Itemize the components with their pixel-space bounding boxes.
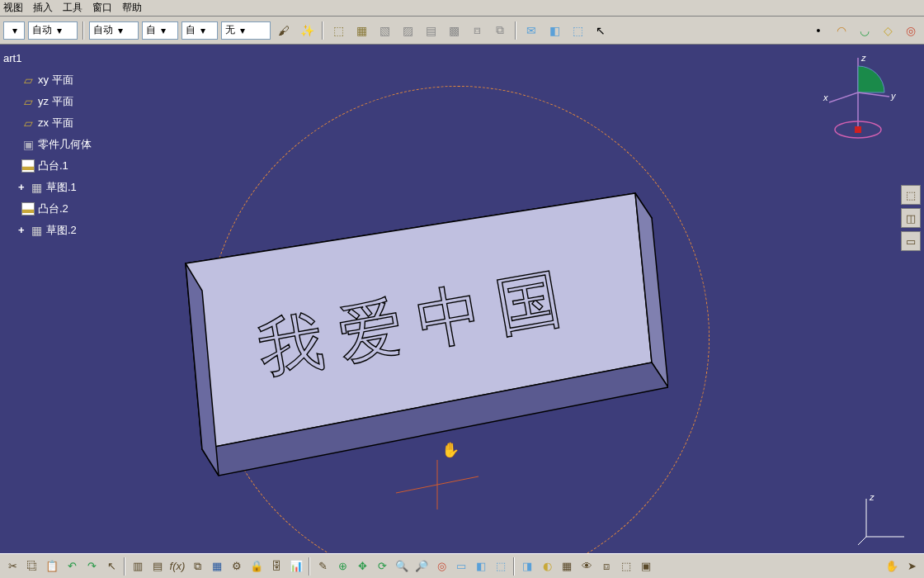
view-compass[interactable]: z x y xyxy=(817,51,899,150)
cubes-icon[interactable]: ⬚ xyxy=(568,21,587,40)
sketch-icon: ▦ xyxy=(30,224,43,237)
tree-sketch1[interactable]: +▦草图.1 xyxy=(3,177,92,198)
fx-icon[interactable]: f(x) xyxy=(168,557,186,576)
combo-auto4[interactable]: 自▾ xyxy=(182,21,218,40)
dropdown-arrow-icon: ▾ xyxy=(237,25,248,36)
cube-icon[interactable]: ◧ xyxy=(544,21,564,40)
menu-help[interactable]: 帮助 xyxy=(122,1,142,15)
fit-icon[interactable]: ⊕ xyxy=(333,557,351,576)
plane-icon: ▱ xyxy=(21,73,35,87)
view1-icon[interactable]: ▭ xyxy=(452,557,470,576)
brush-icon[interactable]: 🖌 xyxy=(274,21,294,40)
right-toolbar: ⬚ ◫ ▭ xyxy=(899,185,922,251)
expand-icon[interactable]: + xyxy=(18,178,26,197)
iso-icon[interactable]: ◨ xyxy=(518,557,536,576)
tool-d-icon[interactable]: ▨ xyxy=(398,21,417,40)
paste-icon[interactable]: 📋 xyxy=(43,557,61,576)
select-icon[interactable]: ↖ xyxy=(102,557,120,576)
tree-part-body[interactable]: ▣零件几何体 xyxy=(3,134,92,155)
rotate-icon[interactable]: ⟳ xyxy=(373,557,391,576)
model-block[interactable]: 我 爱 中 国 xyxy=(157,185,668,490)
combo-blank[interactable]: ▾ xyxy=(3,21,25,40)
tool-f-icon[interactable]: ▩ xyxy=(444,21,464,40)
arrow-icon[interactable]: ➤ xyxy=(903,557,921,576)
separator xyxy=(124,557,125,576)
separator xyxy=(513,557,515,576)
bt5-icon[interactable]: ⚙ xyxy=(228,557,246,576)
btx1-icon[interactable]: ⬚ xyxy=(617,557,635,576)
combo-none[interactable]: 无▾ xyxy=(221,21,271,40)
dropdown-arrow-icon: ▾ xyxy=(197,25,209,36)
bt7-icon[interactable]: 🗄 xyxy=(267,557,285,576)
dropdown-arrow-icon: ▾ xyxy=(54,25,65,36)
view2-icon[interactable]: ◧ xyxy=(472,557,490,576)
shade-icon[interactable]: ◐ xyxy=(538,557,556,576)
view3-icon[interactable]: ⬚ xyxy=(492,557,510,576)
tree-pad2[interactable]: ▬凸台.2 xyxy=(3,198,92,220)
wire-icon[interactable]: ▦ xyxy=(558,557,576,576)
rtool-2-icon[interactable]: ◫ xyxy=(901,208,921,228)
pointer-icon[interactable]: ↖ xyxy=(591,21,610,40)
tree-root[interactable]: art1 xyxy=(3,48,92,69)
menu-window[interactable]: 窗口 xyxy=(92,1,112,15)
diamond-icon[interactable]: ◇ xyxy=(878,21,898,40)
magic-icon[interactable]: ✨ xyxy=(297,21,317,40)
tree-yz-plane[interactable]: ▱yz 平面 xyxy=(3,91,92,112)
combo-auto3[interactable]: 自▾ xyxy=(142,21,178,40)
tree-xy-plane[interactable]: ▱xy 平面 xyxy=(3,69,92,91)
pan-icon[interactable]: ✥ xyxy=(353,557,371,576)
combo-auto2[interactable]: 自动▾ xyxy=(89,21,139,40)
svg-line-11 xyxy=(858,92,889,97)
circle-icon[interactable]: ◎ xyxy=(901,21,921,40)
tool-a-icon[interactable]: ⬚ xyxy=(328,21,348,40)
dot-icon[interactable]: • xyxy=(808,21,828,40)
hand-icon[interactable]: ✋ xyxy=(883,557,901,576)
hide-icon[interactable]: 👁 xyxy=(578,557,596,576)
show-icon[interactable]: ⧈ xyxy=(597,557,615,576)
menu-tools[interactable]: 工具 xyxy=(63,1,82,15)
separator xyxy=(82,21,84,40)
tree-sketch2[interactable]: +▦草图.2 xyxy=(3,220,92,241)
envelope-icon[interactable]: ✉ xyxy=(521,21,541,40)
menu-bar: 视图 插入 工具 窗口 帮助 xyxy=(0,0,924,17)
tool-c-icon[interactable]: ▧ xyxy=(375,21,394,40)
bt6-icon[interactable]: 🔒 xyxy=(248,557,266,576)
arc1-icon[interactable]: ◠ xyxy=(832,21,851,40)
copy-icon[interactable]: ⿻ xyxy=(23,557,41,576)
viewport-3d[interactable]: art1 ▱xy 平面 ▱yz 平面 ▱zx 平面 ▣零件几何体 ▬凸台.1 +… xyxy=(0,45,924,553)
bt8-icon[interactable]: 📊 xyxy=(287,557,305,576)
tool-g-icon[interactable]: ⧈ xyxy=(467,21,487,40)
menu-view[interactable]: 视图 xyxy=(3,1,23,15)
menu-insert[interactable]: 插入 xyxy=(33,1,53,15)
arc2-icon[interactable]: ◡ xyxy=(855,21,874,40)
tree-zx-plane[interactable]: ▱zx 平面 xyxy=(3,112,92,134)
plane-icon: ▱ xyxy=(21,116,35,130)
redo-icon[interactable]: ↷ xyxy=(82,557,101,576)
bt4-icon[interactable]: ▦ xyxy=(208,557,226,576)
bt2-icon[interactable]: ▤ xyxy=(148,557,167,576)
btx2-icon[interactable]: ▣ xyxy=(637,557,655,576)
tool-b-icon[interactable]: ▦ xyxy=(351,21,371,40)
bt9-icon[interactable]: ✎ xyxy=(314,557,332,576)
cut-icon[interactable]: ✂ xyxy=(3,557,21,576)
zoomin-icon[interactable]: 🔍 xyxy=(393,557,411,576)
normal-icon[interactable]: ◎ xyxy=(432,557,450,576)
tool-h-icon[interactable]: ⧉ xyxy=(490,21,510,40)
dropdown-arrow-icon: ▾ xyxy=(158,25,169,36)
bottom-toolbar: ✂ ⿻ 📋 ↶ ↷ ↖ ▥ ▤ f(x) ⧉ ▦ ⚙ 🔒 🗄 📊 ✎ ⊕ ✥ ⟳… xyxy=(0,553,924,578)
combo-auto1[interactable]: 自动▾ xyxy=(28,21,78,40)
svg-line-9 xyxy=(829,92,858,102)
dropdown-arrow-icon: ▾ xyxy=(9,25,21,36)
zoomout-icon[interactable]: 🔎 xyxy=(412,557,431,576)
bt1-icon[interactable]: ▥ xyxy=(129,557,147,576)
tree-pad1[interactable]: ▬凸台.1 xyxy=(3,155,92,177)
bt3-icon[interactable]: ⧉ xyxy=(188,557,206,576)
expand-icon[interactable]: + xyxy=(18,220,26,240)
rtool-1-icon[interactable]: ⬚ xyxy=(901,185,921,205)
dropdown-arrow-icon: ▾ xyxy=(115,25,126,36)
svg-rect-14 xyxy=(855,126,861,133)
rtool-3-icon[interactable]: ▭ xyxy=(901,231,921,251)
undo-icon[interactable]: ↶ xyxy=(63,557,81,576)
tool-e-icon[interactable]: ▤ xyxy=(421,21,441,40)
svg-text:y: y xyxy=(890,91,897,101)
